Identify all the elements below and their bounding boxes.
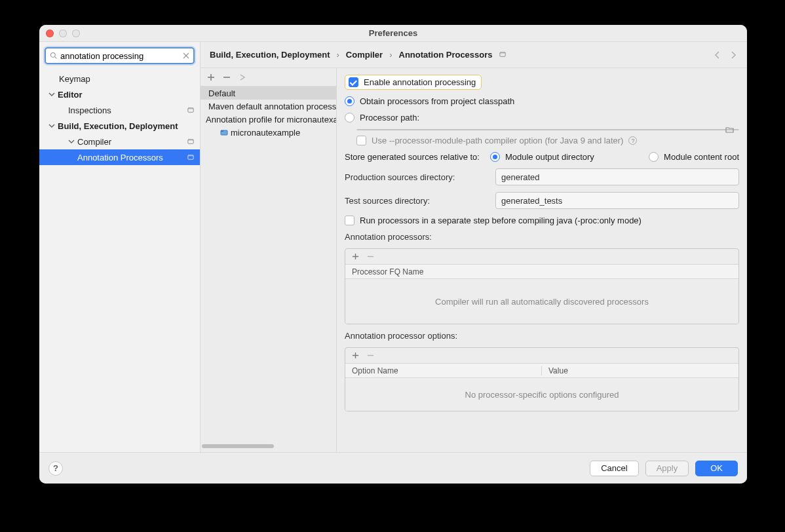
options-col-value: Value (542, 366, 738, 375)
obtain-from-classpath-radio[interactable] (345, 96, 354, 106)
processor-path-radio[interactable] (345, 113, 354, 123)
test-dir-input[interactable]: generated_tests (495, 192, 739, 209)
separate-step-label: Run processors in a separate step before… (360, 216, 641, 225)
processors-table: Processor FQ Name Compiler will run all … (345, 248, 739, 324)
help-hint-icon[interactable]: ? (628, 136, 637, 145)
processor-path-label: Processor path: (360, 113, 419, 123)
search-container (39, 42, 200, 68)
sidebar-item-label: Annotation Processors (77, 153, 187, 162)
module-content-root-radio[interactable] (649, 152, 659, 162)
remove-profile-icon[interactable] (223, 73, 231, 81)
breadcrumb-segment: Annotation Processors (399, 50, 493, 60)
test-dir-row: Test sources directory: generated_tests (345, 192, 739, 209)
add-processor-icon[interactable] (352, 253, 359, 260)
sidebar-item-label: Compiler (77, 137, 187, 147)
sidebar-item-keymap[interactable]: Keymap (39, 71, 200, 86)
options-empty-text: No processor-specific options configured (465, 390, 619, 400)
svg-rect-5 (188, 107, 193, 109)
settings-search-input[interactable] (60, 51, 179, 61)
breadcrumb-segment[interactable]: Compiler (346, 50, 383, 60)
cancel-button[interactable]: Cancel (590, 461, 638, 476)
sidebar-item-annotation-processors[interactable]: Annotation Processors (39, 149, 200, 165)
project-scope-icon (187, 154, 195, 161)
search-icon (50, 52, 58, 60)
profile-item-default[interactable]: Default (201, 86, 336, 100)
sidebar-item-label: Keymap (59, 74, 195, 84)
remove-option-icon[interactable] (367, 352, 374, 359)
breadcrumb-segment[interactable]: Build, Execution, Deployment (210, 50, 330, 60)
profile-toolbar (201, 68, 336, 86)
test-dir-value: generated_tests (501, 196, 562, 206)
browse-folder-icon[interactable] (725, 126, 735, 134)
sidebar-item-inspections[interactable]: Inspections (39, 102, 200, 118)
chevron-down-icon (48, 91, 55, 98)
profile-module-item[interactable]: micronautexample (201, 126, 336, 139)
separate-step-row[interactable]: Run processors in a separate step before… (345, 216, 739, 225)
options-toolbar (345, 348, 738, 364)
prod-dir-value: generated (501, 172, 540, 182)
prod-dir-input[interactable]: generated (495, 168, 739, 185)
processors-table-header: Processor FQ Name (345, 265, 738, 279)
project-scope-icon (499, 51, 507, 58)
processor-path-input[interactable] (356, 129, 739, 130)
settings-search-field[interactable] (45, 47, 195, 64)
breadcrumb: Build, Execution, Deployment › Compiler … (201, 42, 747, 68)
apply-button[interactable]: Apply (645, 461, 689, 476)
store-option-output[interactable]: Module output directory (490, 152, 594, 162)
enable-annotation-processing-checkbox[interactable] (349, 77, 358, 87)
module-output-radio[interactable] (490, 152, 500, 162)
settings-tree[interactable]: Keymap Editor Inspections Build, Executi… (39, 68, 200, 452)
breadcrumb-separator: › (336, 50, 339, 60)
options-table: Option Name Value No processor-specific … (345, 347, 739, 411)
profile-tree[interactable]: Default Maven default annotation process… (201, 86, 336, 444)
ok-button[interactable]: OK (695, 461, 738, 476)
options-table-empty: No processor-specific options configured (345, 378, 738, 411)
add-option-icon[interactable] (352, 352, 359, 359)
profile-label: micronautexample (231, 128, 300, 138)
sidebar-item-build-execution-deployment[interactable]: Build, Execution, Deployment (39, 118, 200, 134)
profile-panel: Default Maven default annotation process… (201, 68, 337, 452)
sidebar-item-compiler[interactable]: Compiler (39, 134, 200, 149)
profile-label: Default (208, 88, 235, 98)
processors-empty-text: Compiler will run all automatically disc… (435, 297, 649, 307)
profile-label: Annotation profile for micronautexample (206, 115, 336, 124)
module-path-label: Use --processor-module-path compiler opt… (372, 136, 623, 145)
add-profile-icon[interactable] (207, 73, 215, 81)
module-path-checkbox[interactable] (356, 136, 366, 145)
remove-processor-icon[interactable] (367, 253, 374, 260)
obtain-classpath-row[interactable]: Obtain processors from project classpath (345, 96, 739, 106)
horizontal-scrollbar[interactable] (202, 444, 335, 449)
enable-row: Enable annotation processing (345, 75, 739, 90)
settings-sidebar: Keymap Editor Inspections Build, Executi… (39, 42, 201, 452)
module-path-row[interactable]: Use --processor-module-path compiler opt… (356, 136, 739, 145)
chevron-down-icon (48, 123, 55, 129)
content-split: Default Maven default annotation process… (201, 68, 747, 452)
store-option-content-root[interactable]: Module content root (649, 152, 739, 162)
processors-toolbar (345, 249, 738, 265)
sidebar-item-editor[interactable]: Editor (39, 86, 200, 102)
help-button[interactable]: ? (48, 461, 63, 476)
processor-path-row[interactable]: Processor path: (345, 113, 739, 123)
sidebar-item-label: Inspections (68, 105, 187, 115)
svg-rect-7 (188, 139, 193, 140)
ok-label: OK (710, 463, 723, 473)
profile-item[interactable]: Maven default annotation processors (201, 100, 336, 113)
separate-step-checkbox[interactable] (345, 216, 354, 225)
enable-annotation-processing-option[interactable]: Enable annotation processing (345, 75, 482, 90)
scrollbar-thumb[interactable] (202, 444, 274, 448)
history-back-icon[interactable] (713, 50, 722, 60)
profile-item[interactable]: Annotation profile for micronautexample (201, 113, 336, 126)
processor-path-block: Use --processor-module-path compiler opt… (345, 129, 739, 145)
obtain-label: Obtain processors from project classpath (360, 96, 514, 106)
svg-line-1 (55, 57, 57, 59)
dialog-footer: ? Cancel Apply OK (39, 452, 747, 484)
clear-search-icon[interactable] (183, 52, 189, 59)
module-icon (220, 128, 228, 136)
annotation-form: Enable annotation processing Obtain proc… (337, 68, 747, 452)
store-label: Store generated sources relative to: (345, 152, 480, 162)
project-scope-icon (187, 138, 195, 145)
history-forward-icon[interactable] (729, 50, 738, 60)
enable-label: Enable annotation processing (364, 77, 476, 87)
move-profile-icon[interactable] (239, 73, 246, 81)
breadcrumb-separator: › (389, 50, 392, 60)
